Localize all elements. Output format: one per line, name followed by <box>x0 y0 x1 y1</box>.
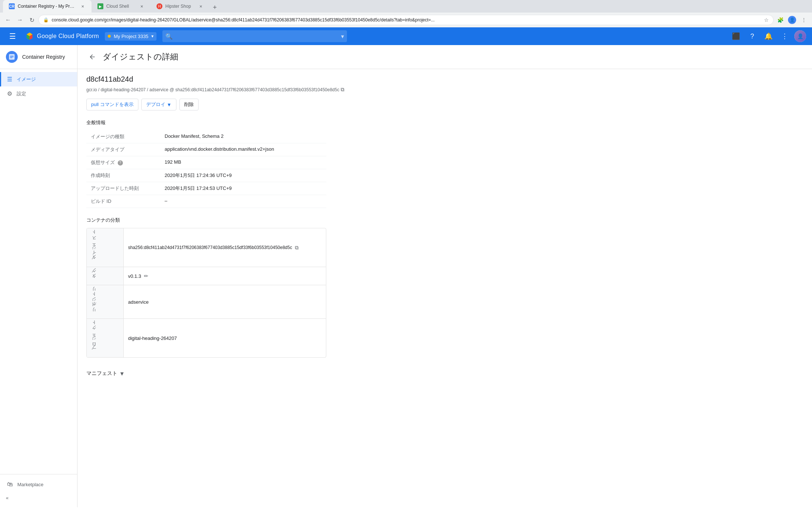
container-section: コンテナの分類 ダイジェスト sha256:d8cf411ab24d4731f7… <box>86 217 803 358</box>
gcp-right-icons: ⬛ ? 🔔 ⋮ 👤 <box>729 30 806 43</box>
digest-copy-icon[interactable]: ⧉ <box>295 245 299 251</box>
tab-cloud-shell-close[interactable]: ✕ <box>139 3 145 9</box>
project-value-text: digital-heading-264207 <box>128 335 177 341</box>
info-row-uploaded-at: アップロードした時刻 2020年1月5日 17:24:53 UTC+9 <box>86 182 326 195</box>
sidebar-nav: ☰ イメージ ⚙ 設定 <box>0 69 77 474</box>
container-row-repository: リポジトリ adservice <box>87 285 326 319</box>
sidebar-item-settings-label: 設定 <box>17 91 26 97</box>
breadcrumb-copy-icon[interactable]: ⧉ <box>341 86 344 93</box>
user-avatar[interactable]: 👤 <box>794 30 806 42</box>
info-label-media-type: メディアタイプ <box>86 143 160 156</box>
info-label-image-type: イメージの種類 <box>86 130 160 143</box>
manifest-chevron-icon: ▾ <box>120 369 124 378</box>
container-label-digest: ダイジェスト <box>87 228 124 267</box>
repository-value-text: adservice <box>128 299 149 305</box>
container-value-digest: sha256:d8cf411ab24d4731f7f6206383f677403… <box>124 228 326 267</box>
address-bar-row: ← → ↻ 🔒 console.cloud.google.com/gcr/ima… <box>0 13 812 27</box>
digest-value-text: sha256:d8cf411ab24d4731f7f6206383f677403… <box>128 245 292 250</box>
help-button[interactable]: ? <box>746 30 759 43</box>
notifications-button[interactable]: 🔔 <box>762 30 775 43</box>
tab-cloud-shell-label: Cloud Shell <box>106 4 136 9</box>
sidebar-title: Container Registry <box>22 54 65 60</box>
container-registry-favicon: CR <box>9 3 15 9</box>
tab-container-registry-close[interactable]: ✕ <box>80 3 86 9</box>
deploy-button[interactable]: デプロイ ▼ <box>141 99 176 110</box>
more-options-button[interactable]: ⋮ <box>799 15 809 25</box>
marketplace-icon: 🛍 <box>7 481 13 488</box>
sidebar-logo-icon <box>6 51 18 63</box>
digest-title: d8cf411ab24d <box>86 75 803 83</box>
browser-nav-buttons: ← → ↻ <box>3 15 37 25</box>
tab-cloud-shell[interactable]: ▶ Cloud Shell ✕ <box>92 0 151 13</box>
gcp-search-input[interactable] <box>176 34 341 39</box>
search-dropdown-icon[interactable]: ▾ <box>341 33 344 40</box>
info-value-image-type: Docker Manifest, Schema 2 <box>160 130 326 143</box>
reload-nav-button[interactable]: ↻ <box>27 15 37 25</box>
extensions-button[interactable]: 🧩 <box>775 15 785 25</box>
more-gcp-button[interactable]: ⋮ <box>778 30 791 43</box>
gcp-logo-icon <box>25 32 34 41</box>
action-buttons: pull コマンドを表示 デプロイ ▼ 削除 <box>86 99 803 110</box>
info-row-created-at: 作成時刻 2020年1月5日 17:24:36 UTC+9 <box>86 169 326 182</box>
container-label-repository: リポジトリ <box>87 285 124 319</box>
gcp-logo: Google Cloud Platform <box>25 32 99 41</box>
container-section-title: コンテナの分類 <box>86 217 803 224</box>
content-area: d8cf411ab24d gcr.io / digital-heading-26… <box>78 69 812 386</box>
hamburger-menu-button[interactable]: ☰ <box>6 30 19 43</box>
tab-hipster-shop-label: Hipster Shop <box>165 4 195 9</box>
deploy-chevron-icon: ▼ <box>167 102 172 108</box>
profile-menu-button[interactable]: 👤 <box>787 15 797 25</box>
info-row-image-type: イメージの種類 Docker Manifest, Schema 2 <box>86 130 326 143</box>
project-selector[interactable]: My Project 3335 ▾ <box>105 32 156 41</box>
info-row-virtual-size: 仮想サイズ ? 192 MB <box>86 156 326 169</box>
search-icon: 🔍 <box>165 33 173 40</box>
bookmark-star-icon[interactable]: ☆ <box>764 17 769 23</box>
tab-hipster-shop-close[interactable]: ✕ <box>198 3 204 9</box>
container-row-digest: ダイジェスト sha256:d8cf411ab24d4731f7f6206383… <box>87 228 326 267</box>
images-icon: ☰ <box>7 76 12 83</box>
sidebar-item-settings[interactable]: ⚙ 設定 <box>0 86 77 101</box>
tab-container-registry-label: Container Registry - My Projec... <box>18 4 77 9</box>
delete-button[interactable]: 削除 <box>179 99 199 110</box>
info-value-virtual-size: 192 MB <box>160 156 326 169</box>
info-label-created-at: 作成時刻 <box>86 169 160 182</box>
tab-hipster-shop[interactable]: H Hipster Shop ✕ <box>151 0 210 13</box>
main-content: ダイジェストの詳細 d8cf411ab24d gcr.io / digital-… <box>78 45 812 507</box>
manifest-section: マニフェスト ▾ <box>86 366 803 381</box>
sidebar-item-images[interactable]: ☰ イメージ <box>0 72 77 86</box>
hipster-shop-favicon: H <box>156 3 162 9</box>
container-row-project: プロジェクト digital-heading-264207 <box>87 319 326 357</box>
new-tab-button[interactable]: + <box>210 2 220 13</box>
info-value-uploaded-at: 2020年1月5日 17:24:53 UTC+9 <box>160 182 326 195</box>
info-value-media-type: application/vnd.docker.distribution.mani… <box>160 143 326 156</box>
tab-container-registry[interactable]: CR Container Registry - My Projec... ✕ <box>3 0 92 13</box>
address-bar[interactable]: 🔒 console.cloud.google.com/gcr/images/di… <box>38 15 774 25</box>
gcp-logo-text: Google Cloud Platform <box>37 33 99 40</box>
deploy-label: デプロイ <box>146 101 165 108</box>
back-button[interactable] <box>86 51 98 63</box>
back-nav-button[interactable]: ← <box>3 15 13 25</box>
page-header: ダイジェストの詳細 <box>78 45 812 69</box>
project-dot-icon <box>108 35 111 38</box>
virtual-size-help-icon[interactable]: ? <box>118 160 123 166</box>
info-label-uploaded-at: アップロードした時刻 <box>86 182 160 195</box>
sidebar: Container Registry ☰ イメージ ⚙ 設定 🛍 Marketp… <box>0 45 78 507</box>
browser-tabs-bar: CR Container Registry - My Projec... ✕ ▶… <box>0 0 812 13</box>
info-value-build-id: – <box>160 195 326 208</box>
project-selector-label: My Project 3335 <box>114 34 148 39</box>
cloud-shell-button[interactable]: ⬛ <box>729 30 743 43</box>
sidebar-item-images-label: イメージ <box>17 76 36 83</box>
page-title: ダイジェストの詳細 <box>103 51 178 62</box>
project-selector-chevron-icon: ▾ <box>151 34 154 39</box>
sidebar-item-marketplace[interactable]: 🛍 Marketplace <box>0 477 77 491</box>
manifest-header[interactable]: マニフェスト ▾ <box>86 366 803 381</box>
tag-edit-icon[interactable]: ✏ <box>144 273 148 279</box>
pull-command-button[interactable]: pull コマンドを表示 <box>86 99 138 110</box>
info-label-build-id: ビルド ID <box>86 195 160 208</box>
sidebar-collapse-button[interactable]: « <box>0 491 77 504</box>
forward-nav-button[interactable]: → <box>15 15 25 25</box>
cloud-shell-favicon: ▶ <box>97 3 103 9</box>
tag-value-text: v0.1.3 <box>128 273 141 279</box>
gcp-search-container[interactable]: 🔍 ▾ <box>162 30 347 42</box>
general-info-section: 全般情報 イメージの種類 Docker Manifest, Schema 2 メ… <box>86 119 803 208</box>
